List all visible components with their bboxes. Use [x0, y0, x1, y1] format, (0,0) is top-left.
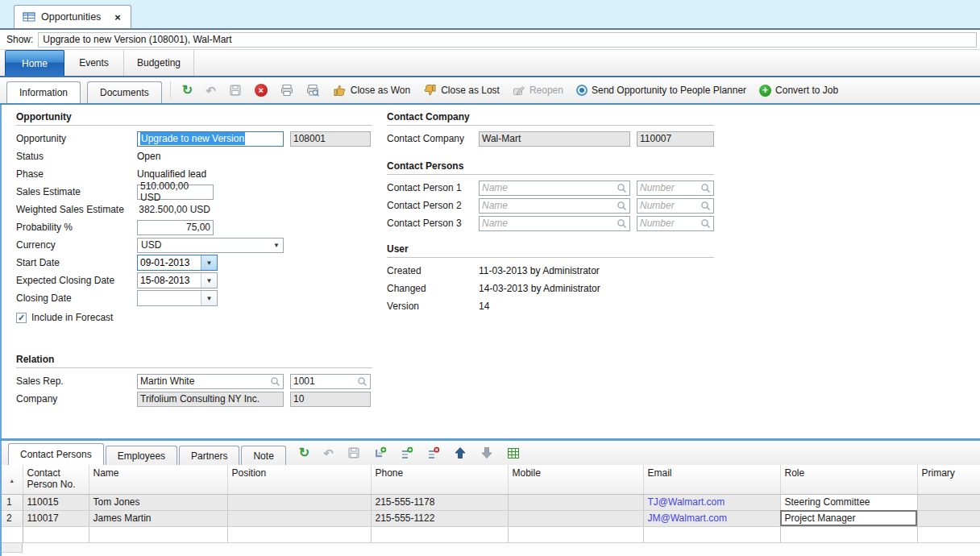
- contact-person-1-number-field[interactable]: [640, 181, 700, 195]
- close-icon[interactable]: ×: [114, 12, 121, 23]
- grid-cell[interactable]: [780, 526, 917, 542]
- document-tab-opportunities[interactable]: Opportunities ×: [14, 5, 131, 28]
- grid-cell[interactable]: [23, 526, 89, 542]
- close-as-lost-button[interactable]: Close as Lost: [420, 82, 503, 98]
- table-row-empty[interactable]: [2, 526, 980, 542]
- sales-rep-name-input[interactable]: Martin White: [137, 374, 284, 389]
- closing-date-picker[interactable]: ▼: [137, 290, 218, 306]
- contact-person-1-name-input[interactable]: [479, 180, 630, 196]
- expected-closing-date-picker[interactable]: ▼: [137, 272, 218, 288]
- grid-undo-button[interactable]: ↶: [320, 446, 337, 461]
- convert-to-job-button[interactable]: + Convert to Job: [756, 83, 841, 98]
- column-header-email[interactable]: Email: [643, 465, 780, 494]
- move-up-button[interactable]: [451, 445, 470, 461]
- opportunity-name-input[interactable]: Upgrade to new Version: [137, 131, 284, 147]
- row-number-cell[interactable]: 2: [2, 510, 23, 526]
- close-as-won-button[interactable]: Close as Won: [330, 82, 413, 98]
- column-header-contact-person-no[interactable]: Contact Person No.: [23, 465, 89, 494]
- grid-cell[interactable]: [643, 526, 780, 542]
- delete-row-button[interactable]: [424, 445, 443, 461]
- contact-person-2-number-field[interactable]: [640, 199, 700, 213]
- grid-cell[interactable]: [371, 526, 508, 542]
- grid-cell[interactable]: [508, 526, 643, 542]
- grid-cell-name[interactable]: Tom Jones: [89, 494, 227, 510]
- tab-contact-persons[interactable]: Contact Persons: [8, 443, 104, 465]
- grid-cell-name[interactable]: James Martin: [89, 510, 227, 526]
- tab-employees[interactable]: Employees: [106, 446, 177, 465]
- column-header-name[interactable]: Name: [89, 465, 227, 494]
- grid-cell[interactable]: [917, 526, 980, 542]
- contact-person-1-name-field[interactable]: [482, 181, 617, 195]
- ribbon-tab-budgeting[interactable]: Budgeting: [124, 50, 194, 76]
- move-down-button[interactable]: [477, 445, 496, 461]
- grid-cell-role-focused[interactable]: Project Manager: [780, 510, 917, 526]
- grid-cell-email[interactable]: TJ@Walmart.com: [643, 494, 780, 510]
- save-button[interactable]: [226, 82, 245, 98]
- ribbon-tab-home[interactable]: Home: [5, 50, 64, 76]
- print-button[interactable]: [277, 82, 297, 98]
- column-header-mobile[interactable]: Mobile: [508, 465, 643, 494]
- grid-cell-position[interactable]: [227, 510, 371, 526]
- grid-view-button[interactable]: [504, 446, 523, 461]
- grid-cell-email[interactable]: JM@Walmart.com: [643, 510, 780, 526]
- row-number-cell[interactable]: 1: [2, 494, 23, 510]
- currency-dropdown[interactable]: USD ▼: [137, 238, 284, 253]
- add-row-button[interactable]: [371, 445, 390, 461]
- reopen-button[interactable]: Reopen: [509, 82, 567, 98]
- grid-save-button[interactable]: [344, 445, 363, 461]
- grid-cell-primary[interactable]: [917, 510, 980, 526]
- tab-note[interactable]: Note: [241, 446, 285, 465]
- grid-cell-mobile[interactable]: [508, 510, 643, 526]
- contact-person-3-number-field[interactable]: [640, 217, 700, 230]
- tab-documents[interactable]: Documents: [87, 81, 162, 103]
- contact-person-3-name-field[interactable]: [482, 217, 617, 230]
- ribbon-tab-events[interactable]: Events: [64, 50, 124, 76]
- grid-cell-phone[interactable]: 215-555-1178: [371, 494, 508, 510]
- send-to-people-planner-button[interactable]: Send Opportunity to People Planner: [573, 83, 750, 98]
- grid-cell-phone[interactable]: 215-555-1122: [371, 510, 508, 526]
- contact-person-3-number-input[interactable]: [637, 216, 714, 231]
- tab-partners[interactable]: Partners: [179, 446, 239, 465]
- grid-cell-mobile[interactable]: [508, 494, 643, 510]
- start-date-picker[interactable]: ▼: [137, 255, 218, 271]
- refresh-button[interactable]: ↻: [179, 82, 196, 98]
- expected-closing-date-input[interactable]: [138, 273, 201, 288]
- contact-person-2-name-input[interactable]: [479, 198, 630, 214]
- probability-input[interactable]: 75,00: [137, 220, 214, 235]
- column-header-position[interactable]: Position: [227, 465, 371, 494]
- contact-person-1-number-input[interactable]: [637, 180, 714, 196]
- column-header-primary[interactable]: Primary: [917, 465, 980, 494]
- row-number-cell[interactable]: [2, 526, 23, 542]
- sales-estimate-input[interactable]: 510.000,00 USD: [137, 185, 214, 200]
- field-row-changed: Changed 14-03-2013 by Administrator: [387, 280, 714, 297]
- expected-closing-date-dropdown-button[interactable]: ▼: [201, 273, 217, 288]
- grid-cell-contact-person-no[interactable]: 110015: [23, 494, 89, 510]
- contact-person-2-number-input[interactable]: [637, 198, 714, 214]
- tab-information[interactable]: Information: [6, 81, 81, 103]
- sales-rep-number-input[interactable]: 1001: [290, 374, 371, 389]
- revert-button[interactable]: ×: [251, 82, 271, 98]
- start-date-dropdown-button[interactable]: ▼: [201, 255, 217, 270]
- grid-refresh-button[interactable]: ↻: [296, 445, 313, 461]
- contact-person-3-name-input[interactable]: [479, 216, 630, 231]
- column-header-phone[interactable]: Phone: [371, 465, 508, 494]
- grid-cell[interactable]: [227, 526, 371, 542]
- print-preview-button[interactable]: [303, 82, 323, 98]
- insert-row-button[interactable]: [397, 445, 417, 461]
- closing-date-input[interactable]: [138, 291, 201, 305]
- contact-person-2-name-field[interactable]: [482, 199, 617, 213]
- include-in-forecast-checkbox[interactable]: ✓: [16, 313, 27, 323]
- closing-date-dropdown-button[interactable]: ▼: [201, 291, 217, 305]
- start-date-input[interactable]: [138, 255, 201, 270]
- grid-cell-contact-person-no[interactable]: 110017: [23, 510, 89, 526]
- grid-cell[interactable]: [89, 526, 227, 542]
- table-row[interactable]: 2 110017 James Martin 215-555-1122 JM@Wa…: [2, 510, 980, 526]
- grid-cell-position[interactable]: [227, 494, 371, 510]
- show-input[interactable]: [38, 32, 977, 48]
- undo-button[interactable]: ↶: [202, 83, 219, 98]
- grid-cell-role[interactable]: Steering Committee: [780, 494, 917, 510]
- row-number-header[interactable]: ▲: [2, 465, 23, 494]
- table-row[interactable]: 1 110015 Tom Jones 215-555-1178 TJ@Walma…: [2, 494, 980, 510]
- column-header-role[interactable]: Role: [780, 465, 917, 494]
- grid-cell-primary[interactable]: [917, 494, 980, 510]
